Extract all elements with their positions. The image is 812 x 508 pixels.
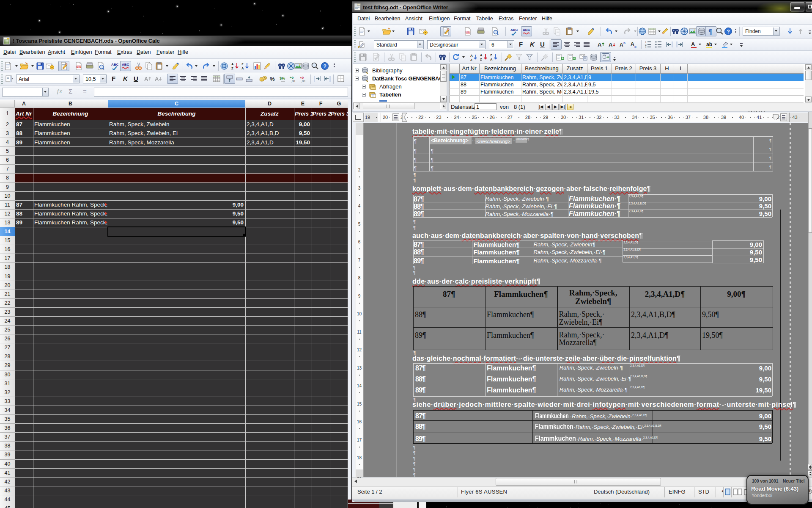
svg-text:PDF: PDF bbox=[77, 66, 81, 68]
svg-text:A: A bbox=[470, 54, 473, 58]
svg-text:A: A bbox=[620, 42, 623, 48]
svg-text:,00: ,00 bbox=[301, 80, 305, 83]
svg-text:+0: +0 bbox=[290, 76, 294, 80]
svg-text:×0: ×0 bbox=[300, 76, 304, 80]
svg-text:A: A bbox=[691, 41, 695, 47]
svg-text:ABC: ABC bbox=[122, 63, 129, 66]
svg-text:b: b bbox=[634, 45, 636, 49]
svg-text:?: ? bbox=[727, 29, 730, 35]
svg-text:,00: ,00 bbox=[291, 80, 295, 83]
svg-text:ab: ab bbox=[706, 41, 712, 47]
svg-text:?: ? bbox=[324, 64, 326, 69]
svg-text:A: A bbox=[609, 41, 613, 48]
svg-text:%: % bbox=[270, 76, 275, 82]
svg-text:Z: Z bbox=[470, 58, 472, 61]
svg-text:A: A bbox=[480, 53, 483, 57]
svg-text:ABC: ABC bbox=[523, 28, 530, 32]
svg-text:ABC: ABC bbox=[111, 63, 119, 66]
svg-text:$%: $% bbox=[280, 76, 285, 80]
svg-text:A: A bbox=[490, 58, 493, 61]
svg-text:PDF: PDF bbox=[466, 31, 470, 33]
svg-text:Z: Z bbox=[231, 66, 233, 70]
svg-text:A: A bbox=[231, 62, 234, 66]
svg-text:b: b bbox=[623, 41, 625, 45]
svg-text:A: A bbox=[241, 66, 244, 70]
svg-text:A: A bbox=[598, 41, 602, 48]
svg-text:$: $ bbox=[264, 76, 266, 80]
svg-text:3.: 3. bbox=[645, 46, 647, 49]
svg-text:A: A bbox=[631, 41, 634, 47]
svg-text:Z: Z bbox=[490, 53, 492, 57]
svg-text:Z: Z bbox=[480, 58, 482, 61]
svg-text:A: A bbox=[144, 76, 148, 82]
svg-text:A: A bbox=[155, 76, 159, 82]
svg-text:Z: Z bbox=[241, 62, 244, 66]
svg-text:ABC: ABC bbox=[510, 28, 518, 32]
svg-text:¶: ¶ bbox=[708, 28, 712, 35]
